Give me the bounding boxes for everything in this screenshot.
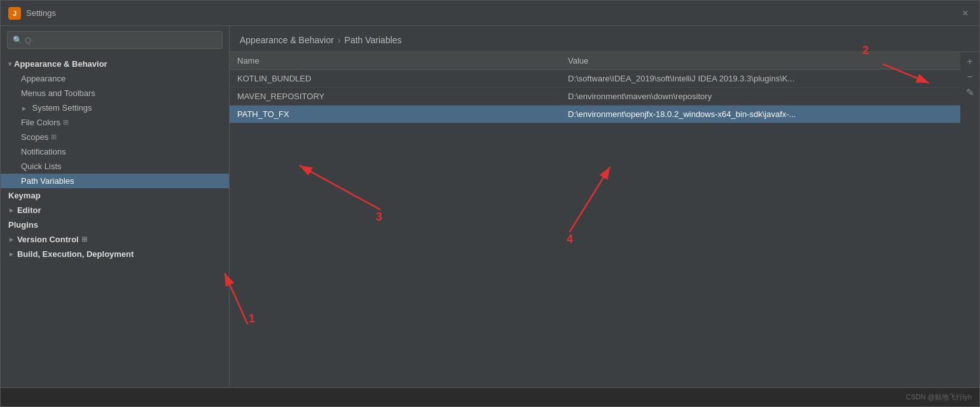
row-value-path-fx: D:\environment\openjfx-18.0.2_windows-x6… — [560, 106, 960, 123]
add-button[interactable]: + — [963, 55, 977, 69]
search-icon: 🔍 — [13, 36, 22, 45]
app-icon: J — [8, 7, 21, 20]
row-name-maven: MAVEN_REPOSITORY — [230, 88, 560, 106]
sidebar-item-file-colors[interactable]: File Colors ⊞ — [1, 115, 229, 130]
vc-icon: ⊞ — [81, 235, 87, 244]
sidebar-item-menus-toolbars[interactable]: Menus and Toolbars — [1, 86, 229, 100]
search-box[interactable]: 🔍 — [7, 31, 223, 49]
sidebar-item-system-settings[interactable]: ► System Settings — [1, 100, 229, 115]
row-value-maven: D:\environment\maven\down\repository — [560, 88, 960, 106]
sidebar-item-build-execution[interactable]: ► Build, Execution, Deployment — [1, 247, 229, 261]
col-header-value: Value — [560, 52, 960, 70]
nav-tree: ▾ Appearance & Behavior Appearance Menus… — [1, 54, 229, 387]
expand-arrow: ▾ — [8, 60, 11, 67]
row-name-path-fx: PATH_TO_FX — [230, 106, 560, 123]
system-settings-arrow: ► — [21, 105, 27, 112]
path-variables-table: Name Value KOTLIN_BUNDLED D:\software\ID… — [230, 52, 960, 123]
sidebar-item-path-variables[interactable]: Path Variables — [1, 174, 229, 188]
col-header-name: Name — [230, 52, 560, 70]
sidebar-item-version-control[interactable]: ► Version Control ⊞ — [1, 232, 229, 247]
row-name-kotlin: KOTLIN_BUNDLED — [230, 70, 560, 88]
bottom-bar: CSDN @贴地飞行lyh — [1, 387, 979, 406]
breadcrumb-section: Appearance & Behavior — [240, 35, 334, 45]
scopes-icon: ⊞ — [51, 133, 57, 141]
table-row[interactable]: KOTLIN_BUNDLED D:\software\IDEA_2019\sof… — [230, 70, 960, 88]
footer-credit: CSDN @贴地飞行lyh — [906, 392, 972, 402]
sidebar-item-appearance-behavior[interactable]: ▾ Appearance & Behavior — [1, 57, 229, 71]
row-value-kotlin: D:\software\IDEA_2019\soft\IntelliJ IDEA… — [560, 70, 960, 88]
dialog-body: 🔍 ▾ Appearance & Behavior Appearance Men… — [1, 26, 979, 387]
title-bar: J Settings × — [1, 1, 979, 26]
sidebar-item-plugins[interactable]: Plugins — [1, 217, 229, 232]
close-button[interactable]: × — [959, 7, 972, 20]
vc-arrow: ► — [8, 236, 15, 243]
sidebar-item-scopes[interactable]: Scopes ⊞ — [1, 130, 229, 144]
file-colors-icon: ⊞ — [63, 118, 69, 127]
table-row[interactable]: MAVEN_REPOSITORY D:\environment\maven\do… — [230, 88, 960, 106]
main-content: Appearance & Behavior › Path Variables N… — [230, 26, 979, 387]
sidebar-item-notifications[interactable]: Notifications — [1, 144, 229, 159]
sidebar-item-keymap[interactable]: Keymap — [1, 188, 229, 203]
table-wrapper: Name Value KOTLIN_BUNDLED D:\software\ID… — [230, 52, 960, 387]
sidebar-item-appearance[interactable]: Appearance — [1, 71, 229, 86]
settings-dialog: J Settings × 🔍 ▾ Appearance & Behavior A… — [0, 0, 980, 407]
edit-button[interactable]: ✎ — [963, 85, 977, 99]
sidebar: 🔍 ▾ Appearance & Behavior Appearance Men… — [1, 26, 230, 387]
side-buttons: + − ✎ — [960, 52, 979, 387]
build-arrow: ► — [8, 251, 15, 258]
breadcrumb-separator: › — [338, 35, 341, 45]
sidebar-item-editor[interactable]: ► Editor — [1, 203, 229, 217]
editor-arrow: ► — [8, 207, 15, 214]
breadcrumb: Appearance & Behavior › Path Variables — [230, 26, 979, 52]
breadcrumb-current: Path Variables — [345, 35, 402, 45]
search-input[interactable] — [25, 36, 217, 45]
table-area: Name Value KOTLIN_BUNDLED D:\software\ID… — [230, 52, 979, 387]
sidebar-item-quick-lists[interactable]: Quick Lists — [1, 159, 229, 174]
remove-button[interactable]: − — [963, 70, 977, 84]
dialog-title: Settings — [26, 8, 56, 18]
table-row-selected[interactable]: PATH_TO_FX D:\environment\openjfx-18.0.2… — [230, 106, 960, 123]
